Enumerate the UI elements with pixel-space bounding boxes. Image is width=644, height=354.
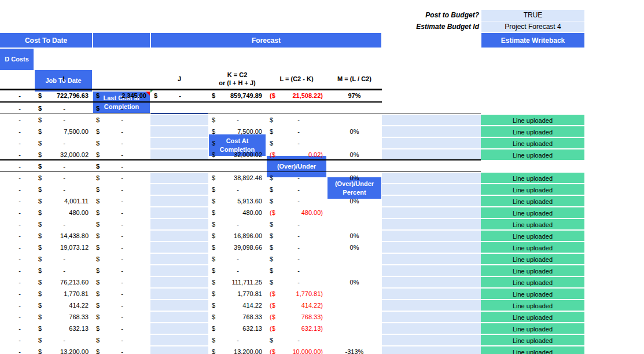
over-under-percent-cell[interactable]: 0% xyxy=(327,149,382,160)
over-under-percent-cell[interactable] xyxy=(327,137,382,149)
over-under-cell[interactable]: $- xyxy=(266,334,327,346)
status-cell[interactable]: Line uploaded xyxy=(481,172,584,184)
over-under-cell[interactable]: ($768.33) xyxy=(266,311,327,323)
last-cost-at-completion-cell[interactable]: $- xyxy=(93,253,150,265)
over-under-cell[interactable]: $- xyxy=(266,126,327,137)
job-to-date-cell[interactable]: $- xyxy=(35,114,93,126)
cost-to-complete-cell[interactable] xyxy=(150,288,208,300)
cost-at-completion-cell[interactable]: $- xyxy=(208,114,266,126)
estimate-budget-id-value-cell[interactable]: Project Forecast 4 xyxy=(481,21,584,32)
job-to-date-cell[interactable]: $414.22 xyxy=(35,300,93,311)
cost-to-complete-cell[interactable] xyxy=(150,253,208,265)
last-cost-at-completion-cell[interactable]: $- xyxy=(93,195,150,207)
over-under-cell[interactable]: ($480.00) xyxy=(266,207,327,218)
cost-at-completion-cell[interactable]: $1,770.81 xyxy=(208,288,266,300)
comments-cell[interactable] xyxy=(382,265,481,276)
jtd-costs-cell[interactable]: - xyxy=(0,218,35,230)
over-under-cell[interactable]: $- xyxy=(266,218,327,230)
over-under-cell[interactable]: $- xyxy=(266,172,327,184)
status-cell[interactable]: Line uploaded xyxy=(481,242,584,253)
jtd-costs-cell[interactable]: - xyxy=(0,184,35,195)
cost-at-completion-cell[interactable]: $111,711.25 xyxy=(208,276,266,288)
comments-cell[interactable] xyxy=(382,184,481,195)
over-under-percent-cell[interactable]: 0% xyxy=(327,195,382,207)
last-cost-at-completion-cell[interactable]: $- xyxy=(93,242,150,253)
cost-to-complete-cell[interactable] xyxy=(150,114,208,126)
last-cost-at-completion-cell[interactable]: $- xyxy=(93,276,150,288)
job-to-date-cell[interactable]: $13,200.00 xyxy=(35,346,93,354)
comments-cell[interactable] xyxy=(382,207,481,218)
comments-cell[interactable] xyxy=(382,126,481,137)
jtd-costs-cell[interactable]: - xyxy=(0,230,35,242)
jtd-costs-cell[interactable]: - xyxy=(0,89,35,103)
jtd-costs-cell[interactable]: - xyxy=(0,114,35,126)
cost-at-completion-cell[interactable]: $632.13 xyxy=(208,323,266,334)
last-cost-at-completion-cell[interactable]: $- xyxy=(93,149,150,160)
jtd-costs-cell[interactable]: - xyxy=(0,288,35,300)
over-under-percent-cell[interactable]: 97% xyxy=(327,89,382,103)
status-cell[interactable]: Line uploaded xyxy=(481,265,584,276)
comments-cell[interactable] xyxy=(382,323,481,334)
over-under-cell[interactable]: $- xyxy=(266,114,327,126)
cost-to-complete-cell[interactable] xyxy=(150,276,208,288)
over-under-cell[interactable]: $- xyxy=(266,137,327,149)
job-to-date-cell[interactable]: $- xyxy=(35,218,93,230)
cost-to-complete-cell[interactable] xyxy=(150,346,208,354)
jtd-costs-cell[interactable]: - xyxy=(0,160,35,172)
over-under-cell[interactable]: $- xyxy=(266,230,327,242)
cost-at-completion-cell[interactable]: $39,098.66 xyxy=(208,242,266,253)
job-to-date-cell[interactable]: $76,213.60 xyxy=(35,276,93,288)
jtd-costs-cell[interactable]: - xyxy=(0,265,35,276)
status-cell[interactable]: Line uploaded xyxy=(481,334,584,346)
job-to-date-cell[interactable]: $- xyxy=(35,184,93,195)
status-cell[interactable]: Line uploaded xyxy=(481,346,584,354)
cost-at-completion-cell[interactable]: $16,896.00 xyxy=(208,230,266,242)
over-under-percent-cell[interactable] xyxy=(327,253,382,265)
last-cost-at-completion-cell[interactable]: $- xyxy=(93,160,150,172)
over-under-cell[interactable]: $- xyxy=(266,242,327,253)
job-to-date-cell[interactable]: $- xyxy=(35,103,93,114)
jtd-costs-cell[interactable]: - xyxy=(0,311,35,323)
comments-cell[interactable] xyxy=(382,276,481,288)
cost-to-complete-cell[interactable] xyxy=(150,207,208,218)
comments-cell[interactable] xyxy=(382,149,481,160)
status-cell[interactable]: Line uploaded xyxy=(481,218,584,230)
over-under-cell[interactable]: ($632.13) xyxy=(266,323,327,334)
over-under-cell[interactable]: ($21,508.22) xyxy=(266,89,327,103)
comments-cell[interactable] xyxy=(382,160,481,172)
status-cell[interactable]: Line uploaded xyxy=(481,126,584,137)
jtd-costs-cell[interactable]: - xyxy=(0,137,35,149)
comments-cell[interactable] xyxy=(382,172,481,184)
jtd-costs-cell[interactable]: - xyxy=(0,334,35,346)
over-under-cell[interactable]: $- xyxy=(266,276,327,288)
over-under-percent-cell[interactable]: 0% xyxy=(327,242,382,253)
job-to-date-cell[interactable]: $- xyxy=(35,334,93,346)
last-cost-at-completion-cell[interactable]: $- xyxy=(93,126,150,137)
cost-to-complete-cell[interactable] xyxy=(150,172,208,184)
last-cost-at-completion-cell[interactable]: $- xyxy=(93,300,150,311)
over-under-cell[interactable]: $- xyxy=(266,253,327,265)
cost-at-completion-cell[interactable]: $38,892.46 xyxy=(208,172,266,184)
job-to-date-cell[interactable]: $4,001.11 xyxy=(35,195,93,207)
status-cell[interactable]: Line uploaded xyxy=(481,114,584,126)
jtd-costs-cell[interactable]: - xyxy=(0,276,35,288)
jtd-costs-cell[interactable]: - xyxy=(0,323,35,334)
cost-to-complete-cell[interactable] xyxy=(150,126,208,137)
jtd-costs-cell[interactable]: - xyxy=(0,172,35,184)
status-cell[interactable]: Line uploaded xyxy=(481,149,584,160)
comments-cell[interactable] xyxy=(382,218,481,230)
last-cost-at-completion-cell[interactable]: $- xyxy=(93,323,150,334)
status-cell[interactable]: Line uploaded xyxy=(481,230,584,242)
cost-at-completion-cell[interactable]: $13,200.00 xyxy=(208,346,266,354)
jtd-costs-cell[interactable]: - xyxy=(0,126,35,137)
comments-cell[interactable] xyxy=(382,137,481,149)
over-under-percent-cell[interactable]: 0% xyxy=(327,126,382,137)
cost-at-completion-cell[interactable]: $859,749.89 xyxy=(208,89,266,103)
status-cell[interactable]: Line uploaded xyxy=(481,276,584,288)
last-cost-at-completion-cell[interactable]: $2,345.00 xyxy=(93,89,150,103)
status-cell[interactable]: Line uploaded xyxy=(481,137,584,149)
last-cost-at-completion-cell[interactable]: $- xyxy=(93,218,150,230)
status-cell[interactable]: Line uploaded xyxy=(481,253,584,265)
comments-cell[interactable] xyxy=(382,334,481,346)
over-under-percent-cell[interactable] xyxy=(327,334,382,346)
